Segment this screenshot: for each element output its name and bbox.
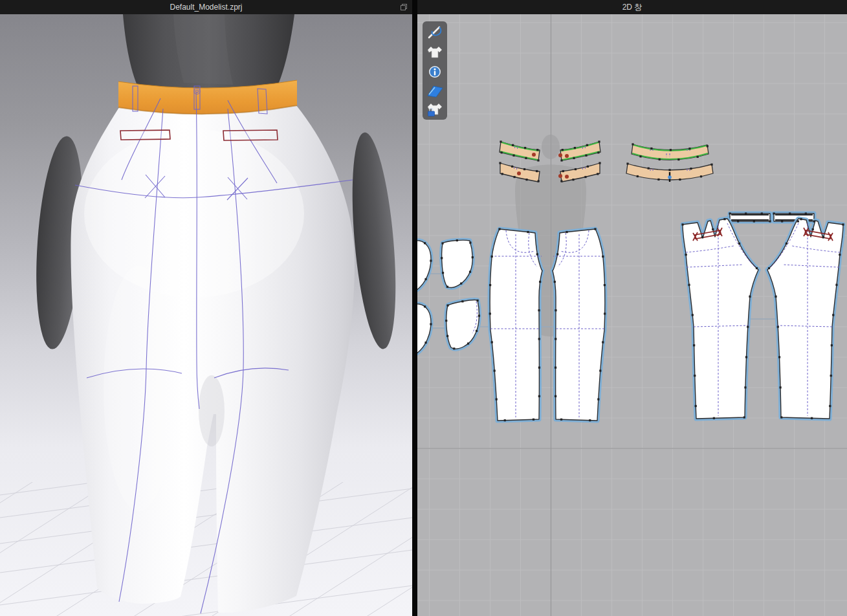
panel-2d: 2D 창 (417, 0, 847, 616)
view-3d[interactable] (0, 14, 412, 616)
piece-welt-strip-1[interactable] (730, 214, 770, 221)
panel-3d: Default_Modelist.zprj (0, 0, 412, 616)
selected-point[interactable] (668, 175, 672, 179)
titlebar-3d[interactable]: Default_Modelist.zprj (0, 0, 412, 14)
piece-front-left[interactable] (490, 229, 542, 421)
float-window-icon[interactable] (400, 3, 408, 11)
piece-front-right[interactable] (553, 229, 605, 421)
info-tool-icon[interactable] (429, 66, 441, 78)
document-title: Default_Modelist.zprj (170, 3, 242, 12)
toolbar-2d (423, 21, 447, 120)
window-title-2d: 2D 창 (622, 2, 643, 13)
view-2d[interactable] (417, 14, 847, 616)
titlebar-2d[interactable]: 2D 창 (417, 0, 847, 14)
clo-workspace: Default_Modelist.zprj (0, 0, 847, 616)
panel-divider[interactable] (412, 0, 417, 616)
